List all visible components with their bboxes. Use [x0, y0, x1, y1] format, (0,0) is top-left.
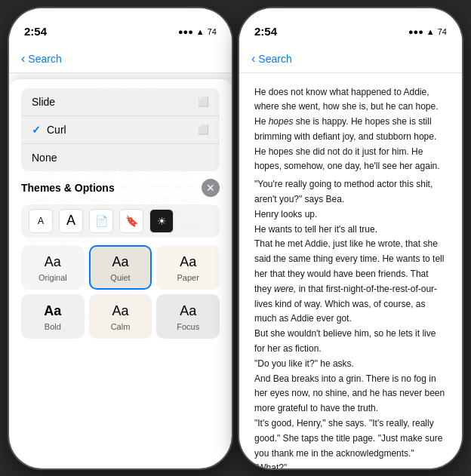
status-bar-left: 2:54 ●●● ▲ 74	[9, 8, 232, 46]
reading-p5: That he met Addie, just like he wrote, t…	[254, 237, 447, 327]
reading-text: He does not know what happened to Addie,…	[239, 73, 462, 468]
status-bar-right: 2:54 ●●● ▲ 74	[239, 8, 462, 46]
themes-title: Themes & Options	[21, 182, 115, 194]
font-controls: A A 📄 🔖 ☀	[21, 204, 220, 238]
signal-icon-right: ●●●	[408, 27, 423, 36]
slide-label: Slide	[32, 96, 55, 108]
reading-p2: "You're really going to method actor thi…	[254, 177, 447, 207]
wifi-icon: ▲	[196, 27, 205, 36]
slide-icon: ⬜	[198, 97, 209, 107]
nav-bar-left: ‹ Search	[9, 46, 232, 73]
slide-options: Slide ⬜ ✓ Curl ⬜ None	[21, 88, 220, 171]
font-bookmark-button[interactable]: 🔖	[119, 209, 143, 233]
nav-bar-right: ‹ Search	[239, 46, 462, 73]
status-icons-right: ●●● ▲ 74	[408, 27, 447, 36]
chevron-left-icon: ‹	[21, 52, 25, 66]
left-phone: 2:54 ●●● ▲ 74 ‹ Search Brooklyn, New Yor…	[9, 8, 232, 468]
reading-p9: "It's good, Henry," she says. "It's real…	[254, 416, 447, 461]
slide-option-curl[interactable]: ✓ Curl ⬜	[21, 116, 220, 144]
theme-focus[interactable]: Aa Focus	[156, 294, 220, 339]
status-icons-left: ●●● ▲ 74	[178, 27, 217, 36]
reading-p6: But she wouldn't believe him, so he lets…	[254, 327, 447, 357]
right-phone: 2:54 ●●● ▲ 74 ‹ Search He does not know …	[239, 8, 462, 468]
curl-icon: ⬜	[198, 124, 209, 135]
book-content-left: Brooklyn, New York March 13, 2015 II "He…	[9, 73, 232, 351]
overlay-panel: Slide ⬜ ✓ Curl ⬜ None Themes & Opt	[9, 79, 232, 351]
reading-p8: And Bea breaks into a grin. There is no …	[254, 372, 447, 416]
theme-quiet[interactable]: Aa Quiet	[89, 245, 152, 290]
signal-icon: ●●●	[178, 27, 193, 36]
reading-p4: He wants to tell her it's all true.	[254, 223, 447, 238]
back-label-right: Search	[258, 53, 291, 65]
close-button[interactable]: ✕	[202, 179, 220, 197]
battery-left: 74	[208, 27, 217, 36]
font-increase-button[interactable]: A	[59, 209, 83, 233]
reading-p7: "Do you like it?" he asks.	[254, 357, 447, 372]
theme-icon: ☀	[157, 215, 167, 227]
battery-right: 74	[438, 27, 447, 36]
time-left: 2:54	[24, 25, 47, 38]
time-right: 2:54	[254, 25, 277, 38]
reading-p3: Henry looks up.	[254, 207, 447, 223]
curl-label: Curl	[47, 124, 66, 136]
bookmark-icon: 🔖	[125, 215, 138, 227]
back-button-left[interactable]: ‹ Search	[21, 52, 62, 66]
none-label: None	[32, 152, 57, 164]
slide-option-slide[interactable]: Slide ⬜	[21, 88, 220, 116]
theme-paper[interactable]: Aa Paper	[156, 245, 220, 290]
theme-toggle-button[interactable]: ☀	[149, 209, 174, 233]
theme-swatches: Aa Original Aa Quiet Aa Paper Aa Bold	[21, 245, 220, 339]
wifi-icon-right: ▲	[426, 27, 435, 36]
font-decrease-button[interactable]: A	[29, 209, 53, 233]
phones-container: 2:54 ●●● ▲ 74 ‹ Search Brooklyn, New Yor…	[0, 0, 471, 476]
font-style-button[interactable]: 📄	[89, 209, 113, 233]
slide-option-none[interactable]: None	[21, 144, 220, 171]
theme-original[interactable]: Aa Original	[21, 245, 85, 290]
theme-calm[interactable]: Aa Calm	[89, 294, 152, 339]
font-style-icon: 📄	[95, 215, 108, 227]
reading-p10: "What?"	[254, 461, 447, 468]
chevron-left-icon-right: ‹	[251, 52, 255, 66]
back-label-left: Search	[28, 53, 61, 65]
theme-bold[interactable]: Aa Bold	[21, 294, 85, 339]
check-icon: ✓	[32, 124, 41, 136]
book-content-right: He does not know what happened to Addie,…	[239, 73, 462, 468]
back-button-right[interactable]: ‹ Search	[251, 52, 292, 66]
themes-header: Themes & Options ✕	[21, 179, 220, 197]
reading-p1: He does not know what happened to Addie,…	[254, 85, 447, 175]
